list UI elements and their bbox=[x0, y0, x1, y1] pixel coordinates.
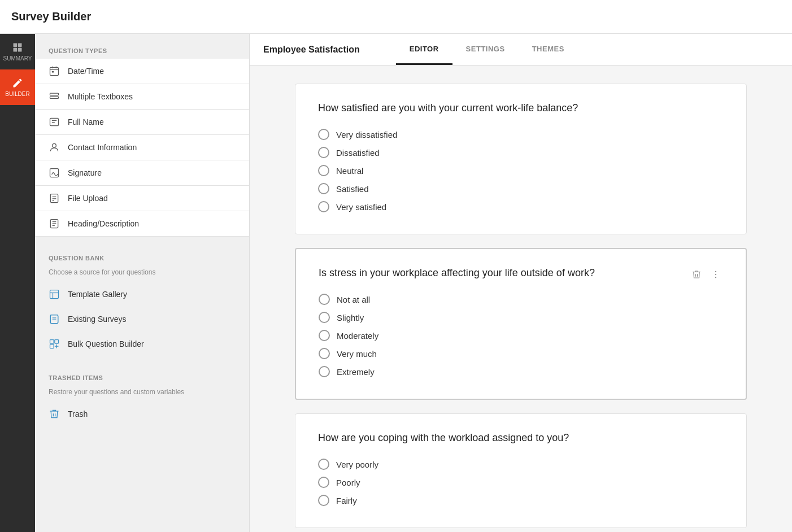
radio-circle[interactable] bbox=[318, 129, 329, 140]
nav-summary[interactable]: SUMMARY bbox=[0, 34, 35, 69]
contact-info-label: Contact Information bbox=[68, 143, 137, 152]
option-label: Very poorly bbox=[336, 460, 378, 469]
bulk-question-builder-label: Bulk Question Builder bbox=[68, 339, 144, 348]
sidebar-item-bulk-question-builder[interactable]: Bulk Question Builder bbox=[35, 332, 249, 356]
sidebar-gap-1 bbox=[35, 237, 249, 250]
radio-circle[interactable] bbox=[319, 312, 330, 323]
more-options-button[interactable] bbox=[708, 267, 723, 284]
sidebar-item-contact-info[interactable]: Contact Information bbox=[35, 135, 249, 160]
radio-circle[interactable] bbox=[319, 330, 330, 341]
sidebar-item-trash[interactable]: Trash bbox=[35, 402, 249, 426]
option-label: Extremely bbox=[337, 367, 375, 377]
sidebar-item-heading-description[interactable]: Heading/Description bbox=[35, 211, 249, 237]
radio-option: Fairly bbox=[318, 491, 724, 509]
radio-option: Neutral bbox=[318, 162, 724, 180]
option-label: Not at all bbox=[337, 295, 370, 304]
signature-label: Signature bbox=[68, 168, 102, 177]
option-label: Dissatisfied bbox=[336, 148, 380, 158]
trash-icon bbox=[49, 408, 60, 420]
tab-settings[interactable]: SETTINGS bbox=[452, 34, 519, 65]
more-icon bbox=[711, 269, 721, 280]
existing-surveys-icon bbox=[49, 313, 60, 325]
builder-icon bbox=[12, 77, 23, 89]
sidebar-item-template-gallery[interactable]: Template Gallery bbox=[35, 282, 249, 307]
trashed-items-label: TRASHED ITEMS bbox=[35, 370, 249, 386]
sidebar-item-multiple-textboxes[interactable]: Multiple Textboxes bbox=[35, 84, 249, 110]
nav-summary-label: SUMMARY bbox=[3, 55, 32, 62]
radio-option: Satisfied bbox=[318, 180, 724, 198]
delete-icon bbox=[691, 269, 702, 280]
multiple-textboxes-icon bbox=[49, 91, 60, 102]
question-card-3: How are you coping with the workload ass… bbox=[295, 413, 747, 528]
heading-description-icon bbox=[49, 218, 60, 229]
question-card-1: How satisfied are you with your current … bbox=[295, 84, 747, 234]
template-gallery-icon bbox=[49, 289, 60, 300]
existing-surveys-label: Existing Surveys bbox=[68, 315, 126, 324]
question-card-2-header: Is stress in your workplace affecting yo… bbox=[319, 267, 723, 290]
signature-icon bbox=[49, 167, 60, 178]
svg-point-14 bbox=[53, 143, 56, 147]
svg-point-38 bbox=[715, 277, 716, 278]
question-bank-desc: Choose a source for your questions bbox=[35, 266, 249, 282]
radio-option: Not at all bbox=[319, 290, 723, 308]
option-label: Neutral bbox=[336, 166, 363, 176]
trashed-items-section: TRASHED ITEMS Restore your questions and… bbox=[35, 370, 249, 426]
card-actions-2 bbox=[689, 267, 723, 284]
trash-label: Trash bbox=[68, 409, 88, 418]
radio-option: Poorly bbox=[318, 473, 724, 491]
survey-header: Employee Satisfaction EDITOR SETTINGS TH… bbox=[250, 34, 792, 66]
radio-circle[interactable] bbox=[318, 201, 329, 212]
radio-circle[interactable] bbox=[318, 183, 329, 194]
delete-question-button[interactable] bbox=[689, 267, 704, 284]
full-name-icon bbox=[49, 116, 60, 128]
datetime-label: Date/Time bbox=[68, 67, 104, 76]
radio-option: Slightly bbox=[319, 308, 723, 326]
radio-circle[interactable] bbox=[318, 477, 329, 488]
top-bar: Survey Builder bbox=[0, 0, 792, 34]
radio-circle[interactable] bbox=[318, 459, 329, 470]
datetime-icon bbox=[49, 66, 60, 77]
svg-rect-11 bbox=[50, 118, 59, 125]
sidebar: QUESTION TYPES Date/Time Multiple Textbo… bbox=[35, 34, 250, 532]
question-card-2: Is stress in your workplace affecting yo… bbox=[295, 248, 747, 400]
svg-rect-2 bbox=[14, 48, 18, 52]
full-name-label: Full Name bbox=[68, 117, 104, 127]
survey-title: Employee Satisfaction bbox=[263, 45, 360, 55]
sidebar-item-file-upload[interactable]: File Upload bbox=[35, 186, 249, 211]
nav-builder[interactable]: BUILDER bbox=[0, 69, 35, 105]
option-label: Poorly bbox=[336, 478, 360, 487]
question-text-3: How are you coping with the workload ass… bbox=[318, 432, 724, 444]
svg-point-37 bbox=[715, 274, 716, 275]
radio-option: Very poorly bbox=[318, 455, 724, 473]
sidebar-item-datetime[interactable]: Date/Time bbox=[35, 59, 249, 84]
radio-option: Extremely bbox=[319, 363, 723, 381]
radio-circle[interactable] bbox=[318, 147, 329, 158]
radio-circle[interactable] bbox=[319, 366, 330, 377]
sidebar-item-existing-surveys[interactable]: Existing Surveys bbox=[35, 307, 249, 332]
main-layout: SUMMARY BUILDER QUESTION TYPES Date/Time… bbox=[0, 34, 792, 532]
svg-rect-3 bbox=[18, 48, 22, 52]
template-gallery-label: Template Gallery bbox=[68, 290, 127, 299]
svg-rect-16 bbox=[50, 194, 58, 203]
summary-icon bbox=[12, 42, 23, 53]
radio-circle[interactable] bbox=[319, 348, 330, 359]
svg-rect-8 bbox=[52, 71, 54, 73]
tab-editor[interactable]: EDITOR bbox=[396, 34, 452, 65]
svg-rect-9 bbox=[50, 93, 59, 95]
tab-themes[interactable]: THEMES bbox=[519, 34, 578, 65]
file-upload-label: File Upload bbox=[68, 194, 108, 203]
option-label: Slightly bbox=[337, 313, 364, 322]
option-label: Very dissatisfied bbox=[336, 130, 397, 139]
svg-rect-0 bbox=[14, 43, 18, 47]
option-label: Satisfied bbox=[336, 184, 369, 194]
radio-circle[interactable] bbox=[319, 294, 330, 305]
editor-content: How satisfied are you with your current … bbox=[250, 66, 792, 532]
radio-circle[interactable] bbox=[318, 165, 329, 176]
radio-option: Moderately bbox=[319, 326, 723, 345]
tabs: EDITOR SETTINGS THEMES bbox=[396, 34, 578, 65]
radio-circle[interactable] bbox=[318, 495, 329, 506]
sidebar-item-signature[interactable]: Signature bbox=[35, 160, 249, 186]
question-types-label: QUESTION TYPES bbox=[35, 43, 249, 59]
sidebar-item-full-name[interactable]: Full Name bbox=[35, 110, 249, 135]
svg-rect-1 bbox=[18, 43, 22, 47]
